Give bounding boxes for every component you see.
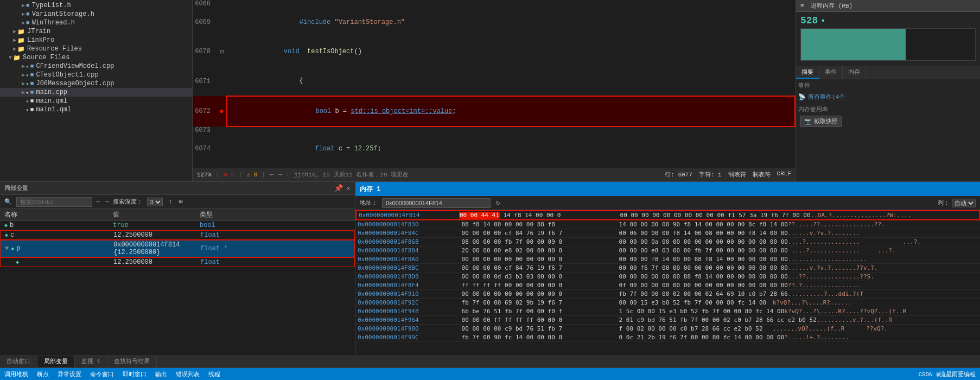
mem-bytes: 00 00 00 00 cf 84 76 19 f6 7 [458, 264, 615, 271]
sidebar-item-j06message[interactable]: ▶ ● ■ J06MessageObject.cpp [0, 79, 192, 88]
column-select[interactable]: 自动 [952, 199, 976, 207]
panel-title-text: 进程内存 (MB) [811, 3, 852, 9]
file-cpp-icon: ■ [30, 72, 34, 78]
filter-icon[interactable]: ⊞ [178, 198, 184, 206]
address-input[interactable] [382, 198, 491, 208]
sidebar-item-main-qml[interactable]: ● ■ main.qml [0, 97, 192, 105]
mem-value: 528 [800, 15, 818, 26]
sidebar-item-linkpro[interactable]: ▶ 📁 LinkPro [0, 36, 192, 45]
mem-bytes2: 00 00 00 00 00 00 00 00 00 00 f1 57 3a 1… [616, 212, 811, 219]
titlebar-controls: 📌 ✕ [334, 184, 351, 193]
line-number: 6072 [193, 96, 217, 126]
tab-events[interactable]: 事件 [819, 66, 843, 79]
sidebar-label: main.cpp [36, 88, 67, 96]
tab-memory[interactable]: 内存 [843, 66, 866, 79]
memory-toolbar: 地址： ↻ 列： 自动 [355, 196, 980, 210]
refresh-icon[interactable]: ↻ [495, 199, 501, 207]
status-callstack[interactable]: 调用堆栈 [4, 370, 28, 378]
mem-address: 0x00000000014F84C [358, 230, 458, 237]
tab-find-symbol[interactable]: 查找符号结果 [107, 356, 157, 367]
sidebar-item-cfriendviewmodel[interactable]: ▶ ● ■ CFriendViewModel.cpp [0, 62, 192, 71]
mem-highlight: 00 00 44 41 [459, 212, 500, 219]
sidebar-label: LinkPro [27, 36, 54, 44]
locals-row-b[interactable]: ◆ b true bool [0, 221, 355, 230]
code-editor[interactable]: 6068 6069 #include "VariantStorage.h" [193, 0, 796, 168]
status-breakpoints[interactable]: 断点 [37, 370, 49, 378]
tab-locals[interactable]: 局部变量 [37, 356, 75, 367]
snapshot-button[interactable]: 📷 截取快照 [800, 116, 842, 127]
locals-value: 12.2500000 [113, 258, 200, 266]
var-name: c [10, 231, 14, 239]
file-h-icon: ■ [26, 11, 30, 17]
mem-bytes: 20 00 00 00 e8 02 00 00 00 0 [458, 247, 615, 254]
dot-icon: ● [26, 99, 29, 104]
tab-summary[interactable]: 摘要 [796, 66, 819, 79]
line-number: 6068 [193, 0, 217, 8]
code-row-6071: 6071 { [193, 66, 795, 96]
line-number: 6075 [193, 163, 217, 168]
nav-back-btn[interactable]: ← [270, 171, 273, 179]
sidebar-item-variantstorage[interactable]: ▶ ■ VariantStorage.h [0, 10, 192, 18]
dot-icon: ● [26, 90, 29, 95]
status-errorlist[interactable]: 错误列表 [176, 370, 200, 378]
right-panel-content: 事件 📡 所有事件(4个 内存使用率 📷 截取快照 [796, 79, 980, 181]
status-output[interactable]: 输出 [155, 370, 167, 378]
memory-row-2: 0x00000000014F830 88 f8 14 00 00 00 00 8… [355, 220, 980, 229]
sidebar-item-main1-qml[interactable]: ● ■ main1.qml [0, 105, 192, 114]
memory-row-13: 0x00000000014F964 00 00 00 ff ff ff ff 0… [355, 316, 980, 325]
sidebar-label: TypeList.h [32, 2, 71, 9]
pin-button[interactable]: 📌 [334, 184, 343, 193]
keyword: bool [315, 107, 331, 115]
memory-content[interactable]: 0x00000000014F814 00 00 44 41 14 f8 14 0… [355, 210, 980, 355]
close-button[interactable]: ✕ [346, 184, 351, 193]
sidebar-item-jtrain[interactable]: ▶ 📁 JTrain [0, 27, 192, 36]
mem-ascii: ....?............... ...?. [788, 238, 921, 245]
memory-title: 内存 1 [360, 185, 380, 194]
folder-icon: 📁 [13, 54, 21, 61]
tab-autowindow[interactable]: 自动窗口 [0, 356, 37, 367]
forward-btn[interactable]: → [105, 198, 109, 206]
locals-value: 0x00000000014f814 {12.2500000} [113, 241, 200, 256]
file-qml-icon: ■ [30, 106, 34, 113]
status-threads[interactable]: 线程 [208, 370, 220, 378]
tab-type: 制表符 [753, 170, 771, 179]
locals-row-c[interactable]: ◆ c 12.2500000 float [0, 230, 355, 240]
mem-bytes: 08 00 00 00 fb 7f 00 00 09 0 [458, 238, 615, 245]
sidebar-item-resource-files[interactable]: ▶ 📁 Resource Files [0, 45, 192, 53]
mem-address: 0x00000000014F8BC [358, 264, 458, 271]
back-btn[interactable]: ← [97, 198, 100, 206]
mem-bytes: 00 00 00 00 00 00 00 00 00 0 [458, 290, 615, 297]
tab-info: 制表符 [728, 170, 746, 179]
mem-address: 0x00000000014F830 [358, 221, 458, 228]
memory-row-1: 0x00000000014F814 00 00 44 41 14 f8 14 0… [355, 210, 980, 220]
locals-row-p[interactable]: ▼ ◆ p 0x00000000014f814 {12.2500000} flo… [0, 240, 355, 257]
search-input[interactable] [16, 197, 92, 207]
mem-usage-label: 内存使用率 [798, 105, 978, 113]
sidebar-item-main-cpp[interactable]: ▶ ● ■ main.cpp [0, 88, 192, 97]
statusbar-right: CSDN @流星雨爱编程 [918, 370, 976, 378]
sort-icon[interactable]: ↕ [167, 198, 173, 206]
status-exceptions[interactable]: 异常设置 [58, 370, 81, 378]
sidebar-item-source-files[interactable]: ▼ 📁 Source Files [0, 53, 192, 62]
mem-bytes2: 00 00 00 f8 14 00 00 88 f8 14 00 00 00 0… [615, 256, 788, 263]
column-control: 列： 自动 [938, 199, 976, 207]
nav-forward-btn[interactable]: → [278, 171, 282, 179]
tab-watch1[interactable]: 监视 1 [75, 356, 107, 367]
dot-icon: ● [26, 64, 29, 69]
search-depth-select[interactable]: 31245 [147, 198, 163, 206]
sidebar-item-typelist[interactable]: ▶ ■ TypeList.h [0, 1, 192, 10]
memory-row-10: 0x00000000014F910 00 00 00 00 00 00 00 0… [355, 290, 980, 299]
status-commandwindow[interactable]: 命令窗口 [90, 370, 114, 378]
status-immediate[interactable]: 即时窗口 [123, 370, 147, 378]
sidebar-item-ctestobject[interactable]: ▶ ● ■ CTestObject1.cpp [0, 71, 192, 79]
keyword: #include [300, 18, 331, 26]
sidebar-item-winthread[interactable]: ▶ ■ WinThread.h [0, 18, 192, 27]
expand-icon: ▶ [13, 28, 16, 35]
file-cpp-icon: ■ [30, 89, 34, 96]
expand-icon: ▶ [22, 11, 25, 17]
mem-ascii: ?.....!+.?........ [784, 334, 849, 341]
mem-ascii: ....?.............. ...?. [788, 247, 896, 254]
mem-bytes2: 2 01 c9 bd 76 51 fb 7f 00 00 02 c0 b7 28… [615, 316, 817, 324]
locals-table-header: 名称 值 类型 [0, 209, 355, 221]
locals-row-p-child[interactable]: ◆ 12.2500000 float [0, 257, 355, 267]
